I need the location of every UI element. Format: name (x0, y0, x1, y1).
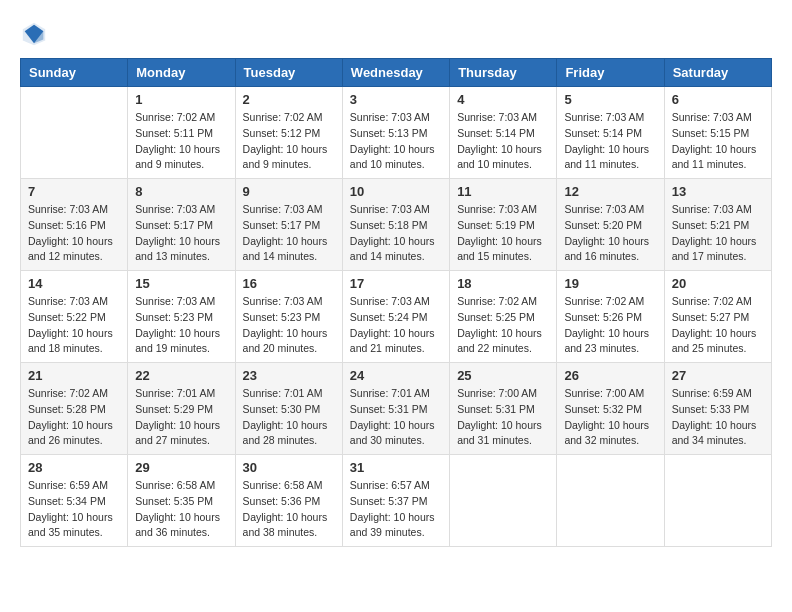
calendar-day-cell (21, 87, 128, 179)
day-number: 7 (28, 184, 120, 199)
day-number: 14 (28, 276, 120, 291)
calendar-day-cell: 20Sunrise: 7:02 AM Sunset: 5:27 PM Dayli… (664, 271, 771, 363)
weekday-header: Monday (128, 59, 235, 87)
day-info: Sunrise: 7:03 AM Sunset: 5:15 PM Dayligh… (672, 110, 764, 173)
day-number: 13 (672, 184, 764, 199)
day-number: 18 (457, 276, 549, 291)
day-info: Sunrise: 7:03 AM Sunset: 5:22 PM Dayligh… (28, 294, 120, 357)
day-number: 4 (457, 92, 549, 107)
day-number: 21 (28, 368, 120, 383)
calendar-day-cell: 3Sunrise: 7:03 AM Sunset: 5:13 PM Daylig… (342, 87, 449, 179)
calendar-day-cell: 8Sunrise: 7:03 AM Sunset: 5:17 PM Daylig… (128, 179, 235, 271)
day-number: 28 (28, 460, 120, 475)
day-info: Sunrise: 7:02 AM Sunset: 5:27 PM Dayligh… (672, 294, 764, 357)
day-info: Sunrise: 6:58 AM Sunset: 5:35 PM Dayligh… (135, 478, 227, 541)
calendar-day-cell: 13Sunrise: 7:03 AM Sunset: 5:21 PM Dayli… (664, 179, 771, 271)
weekday-header: Saturday (664, 59, 771, 87)
day-info: Sunrise: 7:03 AM Sunset: 5:17 PM Dayligh… (135, 202, 227, 265)
calendar-day-cell: 29Sunrise: 6:58 AM Sunset: 5:35 PM Dayli… (128, 455, 235, 547)
calendar-day-cell: 16Sunrise: 7:03 AM Sunset: 5:23 PM Dayli… (235, 271, 342, 363)
calendar-week-row: 1Sunrise: 7:02 AM Sunset: 5:11 PM Daylig… (21, 87, 772, 179)
calendar-day-cell: 15Sunrise: 7:03 AM Sunset: 5:23 PM Dayli… (128, 271, 235, 363)
day-info: Sunrise: 7:03 AM Sunset: 5:17 PM Dayligh… (243, 202, 335, 265)
calendar-header-row: SundayMondayTuesdayWednesdayThursdayFrid… (21, 59, 772, 87)
day-number: 9 (243, 184, 335, 199)
day-number: 19 (564, 276, 656, 291)
day-info: Sunrise: 6:59 AM Sunset: 5:34 PM Dayligh… (28, 478, 120, 541)
calendar-day-cell: 24Sunrise: 7:01 AM Sunset: 5:31 PM Dayli… (342, 363, 449, 455)
day-info: Sunrise: 7:03 AM Sunset: 5:20 PM Dayligh… (564, 202, 656, 265)
calendar-day-cell: 10Sunrise: 7:03 AM Sunset: 5:18 PM Dayli… (342, 179, 449, 271)
day-number: 25 (457, 368, 549, 383)
day-info: Sunrise: 7:03 AM Sunset: 5:16 PM Dayligh… (28, 202, 120, 265)
day-number: 12 (564, 184, 656, 199)
day-number: 5 (564, 92, 656, 107)
weekday-header: Tuesday (235, 59, 342, 87)
day-info: Sunrise: 7:03 AM Sunset: 5:19 PM Dayligh… (457, 202, 549, 265)
calendar-week-row: 7Sunrise: 7:03 AM Sunset: 5:16 PM Daylig… (21, 179, 772, 271)
day-number: 24 (350, 368, 442, 383)
day-number: 31 (350, 460, 442, 475)
calendar-day-cell: 27Sunrise: 6:59 AM Sunset: 5:33 PM Dayli… (664, 363, 771, 455)
calendar-day-cell (557, 455, 664, 547)
calendar-day-cell: 9Sunrise: 7:03 AM Sunset: 5:17 PM Daylig… (235, 179, 342, 271)
day-info: Sunrise: 7:02 AM Sunset: 5:25 PM Dayligh… (457, 294, 549, 357)
day-info: Sunrise: 7:03 AM Sunset: 5:23 PM Dayligh… (243, 294, 335, 357)
calendar-day-cell: 25Sunrise: 7:00 AM Sunset: 5:31 PM Dayli… (450, 363, 557, 455)
calendar-week-row: 14Sunrise: 7:03 AM Sunset: 5:22 PM Dayli… (21, 271, 772, 363)
day-number: 8 (135, 184, 227, 199)
day-info: Sunrise: 7:01 AM Sunset: 5:30 PM Dayligh… (243, 386, 335, 449)
weekday-header: Sunday (21, 59, 128, 87)
day-info: Sunrise: 7:03 AM Sunset: 5:14 PM Dayligh… (457, 110, 549, 173)
day-number: 2 (243, 92, 335, 107)
day-number: 26 (564, 368, 656, 383)
day-info: Sunrise: 7:03 AM Sunset: 5:13 PM Dayligh… (350, 110, 442, 173)
day-number: 16 (243, 276, 335, 291)
calendar-day-cell: 7Sunrise: 7:03 AM Sunset: 5:16 PM Daylig… (21, 179, 128, 271)
day-info: Sunrise: 7:01 AM Sunset: 5:29 PM Dayligh… (135, 386, 227, 449)
day-info: Sunrise: 7:03 AM Sunset: 5:24 PM Dayligh… (350, 294, 442, 357)
day-info: Sunrise: 6:59 AM Sunset: 5:33 PM Dayligh… (672, 386, 764, 449)
page-header (20, 20, 772, 48)
weekday-header: Thursday (450, 59, 557, 87)
day-info: Sunrise: 7:03 AM Sunset: 5:14 PM Dayligh… (564, 110, 656, 173)
calendar-day-cell: 6Sunrise: 7:03 AM Sunset: 5:15 PM Daylig… (664, 87, 771, 179)
day-info: Sunrise: 7:02 AM Sunset: 5:26 PM Dayligh… (564, 294, 656, 357)
calendar-day-cell: 30Sunrise: 6:58 AM Sunset: 5:36 PM Dayli… (235, 455, 342, 547)
calendar-day-cell (450, 455, 557, 547)
logo-icon (20, 20, 48, 48)
day-number: 3 (350, 92, 442, 107)
day-info: Sunrise: 7:02 AM Sunset: 5:11 PM Dayligh… (135, 110, 227, 173)
day-info: Sunrise: 7:03 AM Sunset: 5:21 PM Dayligh… (672, 202, 764, 265)
calendar-week-row: 21Sunrise: 7:02 AM Sunset: 5:28 PM Dayli… (21, 363, 772, 455)
day-number: 22 (135, 368, 227, 383)
calendar-day-cell (664, 455, 771, 547)
calendar-day-cell: 31Sunrise: 6:57 AM Sunset: 5:37 PM Dayli… (342, 455, 449, 547)
day-info: Sunrise: 7:03 AM Sunset: 5:18 PM Dayligh… (350, 202, 442, 265)
calendar-day-cell: 19Sunrise: 7:02 AM Sunset: 5:26 PM Dayli… (557, 271, 664, 363)
day-info: Sunrise: 7:02 AM Sunset: 5:28 PM Dayligh… (28, 386, 120, 449)
day-number: 10 (350, 184, 442, 199)
calendar-day-cell: 17Sunrise: 7:03 AM Sunset: 5:24 PM Dayli… (342, 271, 449, 363)
calendar-day-cell: 18Sunrise: 7:02 AM Sunset: 5:25 PM Dayli… (450, 271, 557, 363)
day-number: 29 (135, 460, 227, 475)
day-info: Sunrise: 7:00 AM Sunset: 5:32 PM Dayligh… (564, 386, 656, 449)
day-number: 15 (135, 276, 227, 291)
weekday-header: Wednesday (342, 59, 449, 87)
day-number: 6 (672, 92, 764, 107)
weekday-header: Friday (557, 59, 664, 87)
calendar-day-cell: 14Sunrise: 7:03 AM Sunset: 5:22 PM Dayli… (21, 271, 128, 363)
calendar-day-cell: 4Sunrise: 7:03 AM Sunset: 5:14 PM Daylig… (450, 87, 557, 179)
calendar-day-cell: 2Sunrise: 7:02 AM Sunset: 5:12 PM Daylig… (235, 87, 342, 179)
calendar-day-cell: 22Sunrise: 7:01 AM Sunset: 5:29 PM Dayli… (128, 363, 235, 455)
calendar-day-cell: 11Sunrise: 7:03 AM Sunset: 5:19 PM Dayli… (450, 179, 557, 271)
day-info: Sunrise: 7:01 AM Sunset: 5:31 PM Dayligh… (350, 386, 442, 449)
calendar-week-row: 28Sunrise: 6:59 AM Sunset: 5:34 PM Dayli… (21, 455, 772, 547)
day-number: 23 (243, 368, 335, 383)
day-number: 1 (135, 92, 227, 107)
calendar-day-cell: 1Sunrise: 7:02 AM Sunset: 5:11 PM Daylig… (128, 87, 235, 179)
calendar-day-cell: 12Sunrise: 7:03 AM Sunset: 5:20 PM Dayli… (557, 179, 664, 271)
day-info: Sunrise: 6:57 AM Sunset: 5:37 PM Dayligh… (350, 478, 442, 541)
calendar-day-cell: 23Sunrise: 7:01 AM Sunset: 5:30 PM Dayli… (235, 363, 342, 455)
day-info: Sunrise: 7:00 AM Sunset: 5:31 PM Dayligh… (457, 386, 549, 449)
